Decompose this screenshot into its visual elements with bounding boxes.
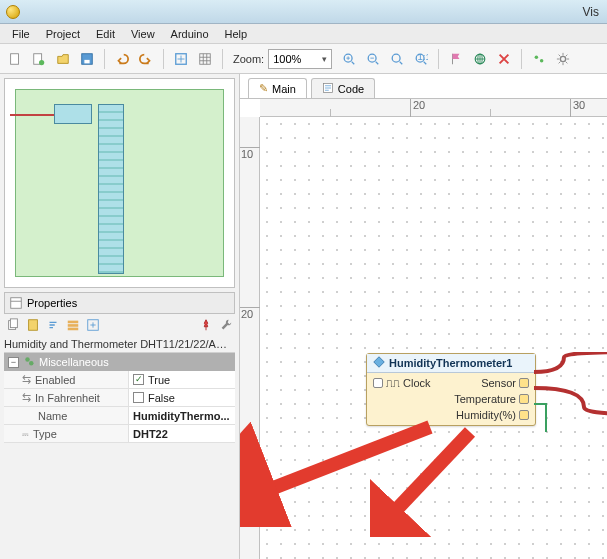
node-humidity-thermometer[interactable]: HumidityThermometer1 ⎍⎍ Clock Sensor [366,353,536,426]
misc-gears-icon [23,355,35,369]
menu-project[interactable]: Project [38,26,88,42]
grid-icon[interactable] [194,48,216,70]
properties-header[interactable]: Properties [4,292,235,314]
toolbar-separator [222,49,223,69]
main-toolbar: Zoom: 100% 1:1 [0,44,607,74]
undo-icon[interactable] [111,48,133,70]
svg-rect-4 [84,59,89,63]
flag-icon[interactable] [445,48,467,70]
toolbar-separator [438,49,439,69]
checkbox-checked-icon[interactable]: ✓ [133,374,144,385]
grip-icon: ⎓ [22,428,29,440]
globe-icon[interactable] [469,48,491,70]
zoom-select[interactable]: 100% [268,49,332,69]
svg-rect-6 [200,53,211,64]
tab-main-label: Main [272,83,296,95]
checkbox-unchecked-icon[interactable] [133,392,144,403]
toolbar-separator [104,49,105,69]
component-icon [373,356,385,370]
prop-cat-icon[interactable] [64,316,82,334]
svg-point-15 [540,59,544,63]
node-pin-out[interactable] [519,410,529,420]
svg-rect-0 [11,53,19,64]
svg-rect-20 [29,320,38,331]
tab-code[interactable]: Code [311,78,375,98]
save-icon[interactable] [76,48,98,70]
delete-icon[interactable] [493,48,515,70]
node-output-temperature: Temperature [454,393,516,405]
pin-icon[interactable] [197,316,215,334]
properties-header-label: Properties [27,297,77,309]
prop-sort-icon[interactable] [44,316,62,334]
points-icon[interactable] [528,48,550,70]
tab-main[interactable]: ✎ Main [248,78,307,98]
property-value[interactable]: False [129,389,235,406]
design-preview[interactable] [4,78,235,288]
node-pin-in[interactable] [373,378,383,388]
svg-rect-17 [11,298,22,309]
design-area: ✎ Main Code 20 30 10 20 25 [240,74,607,559]
pulse-icon: ⎍⎍ [386,377,400,390]
zoom-control: Zoom: 100% [233,49,332,69]
new-doc-icon[interactable] [4,48,26,70]
property-name: Name [4,407,129,424]
property-value[interactable]: ✓ True [129,371,235,388]
property-category-row[interactable]: − Miscellaneous [4,353,235,371]
link-icon: ⇆ [22,391,31,404]
annotation-arrow [240,417,440,527]
menu-help[interactable]: Help [217,26,256,42]
window-title: Vis [26,5,601,19]
node-pin-out[interactable] [519,378,529,388]
annotation-arrow [370,417,510,537]
property-name: ⎓ Type [4,425,129,442]
property-row-type[interactable]: ⎓ Type DHT22 [4,425,235,443]
node-body: ⎍⎍ Clock Sensor Temperature [367,373,535,425]
zoom-fit-icon[interactable] [386,48,408,70]
menu-view[interactable]: View [123,26,163,42]
gear-icon[interactable] [552,48,574,70]
pencil-icon: ✎ [259,82,268,95]
property-row-fahrenheit[interactable]: ⇆ In Fahrenheit False [4,389,235,407]
prop-copy-icon[interactable] [4,316,22,334]
design-tabs: ✎ Main Code [248,74,375,98]
zoom-100-icon[interactable]: 1:1 [410,48,432,70]
window-titlebar: Vis [0,0,607,24]
node-pin-out[interactable] [519,394,529,404]
svg-point-26 [29,361,34,366]
svg-rect-21 [68,321,79,324]
zoom-label: Zoom: [233,53,264,65]
design-canvas[interactable]: HumidityThermometer1 ⎍⎍ Clock Sensor [260,117,607,559]
property-row-enabled[interactable]: ⇆ Enabled ✓ True [4,371,235,389]
preview-canvas [15,89,224,277]
menu-file[interactable]: File [4,26,38,42]
menu-arduino[interactable]: Arduino [163,26,217,42]
svg-rect-22 [68,324,79,327]
svg-text:1:1: 1:1 [418,52,429,62]
menu-bar: File Project Edit View Arduino Help [0,24,607,44]
prop-expand-icon[interactable] [84,316,102,334]
wrench-icon[interactable] [217,316,235,334]
node-input-clock: Clock [403,377,431,389]
property-value[interactable]: DHT22 [129,425,235,442]
zoom-value: 100% [273,53,301,65]
node-title[interactable]: HumidityThermometer1 [367,354,535,373]
code-icon [322,82,334,96]
node-output-sensor: Sensor [481,377,516,389]
redo-icon[interactable] [135,48,157,70]
property-row-name[interactable]: Name HumidityThermo... [4,407,235,425]
new-project-icon[interactable] [28,48,50,70]
svg-point-14 [535,55,539,59]
open-icon[interactable] [52,48,74,70]
svg-point-16 [561,56,566,61]
property-value[interactable]: HumidityThermo... [129,407,235,424]
zoom-out-icon[interactable] [362,48,384,70]
prop-paste-icon[interactable] [24,316,42,334]
toolbar-separator [521,49,522,69]
fit-icon[interactable] [170,48,192,70]
collapse-icon[interactable]: − [8,357,19,368]
zoom-in-icon[interactable] [338,48,360,70]
wire [534,352,607,432]
ruler-horizontal: 20 30 [260,99,607,117]
menu-edit[interactable]: Edit [88,26,123,42]
svg-rect-19 [10,319,17,328]
